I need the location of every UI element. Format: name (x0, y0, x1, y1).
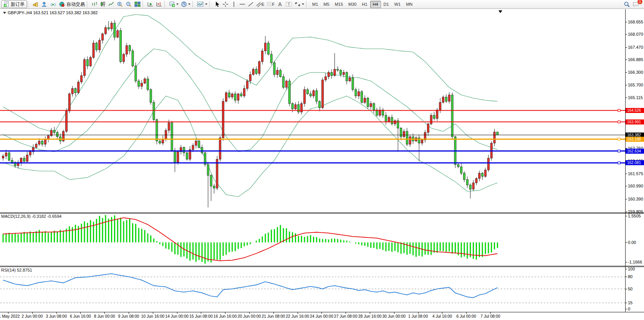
main-toolbar: 新订单 (0, 0, 644, 9)
new-order-button[interactable]: 新订单 (1, 0, 27, 8)
price-line-label: 162.634 (626, 149, 644, 154)
bar-chart-icon (91, 1, 98, 7)
price-line-label: 162.081 (626, 160, 644, 165)
axis-tick-label: 50 (628, 287, 632, 291)
macd-panel[interactable] (0, 214, 625, 266)
notifications-button[interactable]: 1 (631, 0, 641, 8)
auto-trading-icon (59, 1, 65, 7)
timeframe-group: M1M5M15M30H1H4D1W1MN (310, 0, 415, 8)
timeframe-button-m15[interactable]: M15 (332, 1, 346, 8)
timeframe-button-m30[interactable]: M30 (346, 1, 359, 8)
axis-tick-label: 165.700 (628, 83, 643, 87)
market-horn-button[interactable] (31, 0, 40, 8)
new-order-label: 新订单 (11, 1, 25, 8)
candlestick-chart[interactable] (0, 9, 625, 212)
zoom-in-icon (117, 1, 123, 7)
axis-tick (625, 262, 627, 262)
fibonacci-tool-button[interactable]: F (265, 0, 276, 8)
toolbar-separator (28, 1, 30, 7)
arrows-tool-button[interactable] (293, 0, 305, 8)
axis-tick (625, 98, 627, 98)
axis-tick (625, 309, 627, 309)
panel-separator[interactable] (0, 212, 644, 213)
axis-tick-label: 159.805 (628, 209, 643, 214)
chart-shift-marker-icon[interactable] (498, 10, 502, 13)
axis-tick-label: -1.1666 (628, 260, 642, 264)
axis-tick-label: 160.990 (628, 184, 643, 188)
timeframe-button-m1[interactable]: M1 (310, 1, 321, 8)
line-chart-button[interactable] (107, 0, 116, 8)
axis-tick (625, 277, 627, 277)
new-chart-dropdown-arrow[interactable] (176, 3, 179, 5)
axis-tick-label: 167.470 (628, 45, 643, 50)
crosshair-tool-button[interactable] (221, 0, 230, 8)
axis-tick (625, 303, 627, 303)
indicators-dropdown-arrow[interactable] (205, 3, 207, 5)
indicators-icon (197, 1, 204, 7)
axis-tick-label: 0 (628, 307, 630, 311)
cursor-tool-button[interactable] (213, 0, 221, 8)
rsi-panel[interactable] (0, 267, 625, 312)
text-tool-button[interactable]: A (276, 0, 284, 8)
notification-badge: 1 (637, 0, 642, 4)
auto-trading-label: 自动交易 (66, 1, 85, 8)
panel-separator[interactable] (0, 266, 644, 266)
axis-tick-label: 166.885 (628, 57, 643, 62)
indicators-button[interactable] (196, 0, 209, 8)
search-icon (624, 1, 630, 8)
timeframe-button-w1[interactable]: W1 (392, 1, 404, 8)
axis-tick (625, 212, 627, 212)
axis-tick-label: 1.5505 (628, 214, 641, 218)
tile-windows-button[interactable] (133, 0, 142, 8)
axis-tick (625, 47, 627, 48)
timeframe-button-m5[interactable]: M5 (321, 1, 332, 8)
price-line-label: 163.188 (626, 137, 644, 142)
axis-tick (625, 269, 627, 269)
axis-tick (625, 85, 627, 85)
timeframe-button-h4[interactable]: H4 (370, 1, 381, 8)
new-chart-button[interactable] (168, 0, 180, 8)
panel-separator[interactable] (0, 213, 644, 214)
toolbar-separator (209, 1, 212, 7)
axis-tick-label: 0.00 (628, 240, 636, 245)
panel-separator[interactable] (0, 267, 644, 267)
community-person-icon (41, 1, 48, 7)
auto-trading-button[interactable]: 自动交易 (58, 0, 86, 8)
axis-tick-label: 15 (628, 300, 632, 305)
arrow-shapes-icon (295, 1, 301, 7)
zoom-out-button[interactable] (124, 0, 133, 8)
trading-platform-window: 新订单 (0, 0, 644, 320)
profiles-button[interactable] (180, 0, 192, 8)
new-order-icon (3, 1, 10, 7)
chart-shift-button[interactable] (155, 0, 164, 8)
vertical-line-tool-button[interactable] (230, 0, 238, 8)
arrows-dropdown-arrow[interactable] (302, 3, 304, 5)
timeframe-button-mn[interactable]: MN (403, 1, 415, 8)
auto-scroll-button[interactable] (146, 0, 155, 8)
line-chart-icon (108, 1, 114, 7)
fibonacci-icon (267, 1, 272, 7)
trendline-tool-button[interactable] (247, 0, 255, 8)
zoom-in-button[interactable] (116, 0, 124, 8)
axis-tick-label: 165.115 (628, 95, 643, 100)
candlestick-chart-button[interactable] (99, 0, 107, 8)
text-label-tool-button[interactable]: T (284, 0, 293, 8)
axis-tick-label: 100 (628, 267, 635, 271)
search-button[interactable] (622, 0, 631, 8)
bar-chart-button[interactable] (90, 0, 99, 8)
profiles-dropdown-arrow[interactable] (188, 3, 190, 5)
axis-tick (625, 186, 627, 186)
trendline-icon (248, 1, 254, 7)
timeframe-button-h1[interactable]: H1 (359, 1, 370, 8)
horizontal-line-tool-button[interactable] (238, 0, 247, 8)
timeframe-button-d1[interactable]: D1 (381, 1, 392, 8)
axis-tick (625, 289, 627, 289)
channel-tool-button[interactable]: E (255, 0, 265, 8)
toolbar-separator (87, 1, 89, 7)
price-line-label: 164.526 (626, 108, 644, 113)
axis-tick (625, 242, 627, 243)
community-button[interactable] (40, 0, 49, 8)
axis-tick (625, 174, 627, 174)
signals-button[interactable] (49, 0, 58, 8)
new-chart-icon (169, 1, 175, 7)
